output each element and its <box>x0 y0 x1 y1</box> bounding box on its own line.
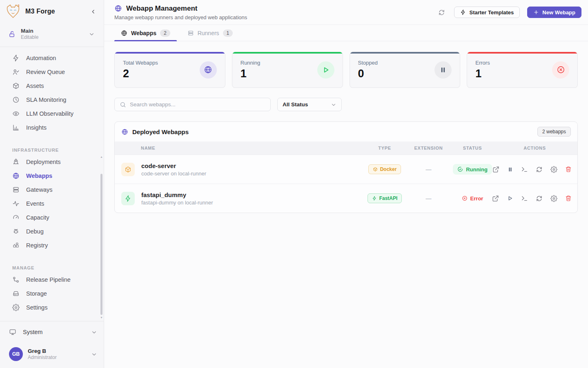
sidebar-item-assets[interactable]: Assets <box>0 79 104 93</box>
sidebar-item-llm-observability[interactable]: LLM Observability <box>0 107 104 121</box>
tab-label: Webapps <box>131 30 156 36</box>
sidebar-item-storage[interactable]: Storage <box>0 287 104 301</box>
sidebar-item-label: Debug <box>26 228 44 235</box>
sidebar-item-capacity[interactable]: Capacity <box>0 211 104 224</box>
package-icon <box>121 163 135 176</box>
tab-webapps[interactable]: Webapps 2 <box>114 25 177 41</box>
tab-runners[interactable]: Runners 1 <box>181 25 240 41</box>
pause-webapp-button[interactable] <box>506 166 514 173</box>
start-webapp-button[interactable] <box>506 194 514 202</box>
refresh-button[interactable] <box>437 7 447 18</box>
status-filter-select[interactable]: All Status <box>277 98 342 111</box>
scrollbar-down-arrow[interactable]: ▼ <box>100 316 103 319</box>
open-webapp-button[interactable] <box>491 194 500 203</box>
logo-row: 3 M3 Forge <box>0 0 104 23</box>
sidebar-item-sla-monitoring[interactable]: SLA Monitoring <box>0 93 104 107</box>
svg-text:3: 3 <box>18 4 20 7</box>
type-badge-docker: Docker <box>368 164 401 174</box>
fox-logo-icon: 3 <box>5 3 21 20</box>
sidebar-item-debug[interactable]: Debug <box>0 224 104 238</box>
sidebar-item-events[interactable]: Events <box>0 197 104 211</box>
workspace-name: Main <box>21 28 84 34</box>
sidebar-item-label: Insights <box>26 124 47 131</box>
terminal-button[interactable] <box>520 194 529 203</box>
lock-open-icon <box>8 30 16 38</box>
sidebar-item-deployments[interactable]: Deployments <box>0 155 104 169</box>
workspace-switcher[interactable]: Main Editable <box>5 25 99 47</box>
sidebar-item-registry[interactable]: Registry <box>0 238 104 252</box>
delete-webapp-button[interactable] <box>564 165 572 173</box>
sidebar-item-label: LLM Observability <box>26 110 74 117</box>
restart-button[interactable] <box>535 194 543 203</box>
webapp-description: fastapi-dummy on local-runner <box>141 200 213 206</box>
sidebar-item-webapps[interactable]: Webapps <box>0 169 104 183</box>
sidebar-item-release-pipeline[interactable]: Release Pipeline <box>0 273 104 287</box>
stat-value: 1 <box>475 67 490 80</box>
globe-icon <box>121 30 127 36</box>
stat-card-total-webapps: Total Webapps 2 <box>114 52 225 88</box>
sidebar-item-label: Events <box>26 200 44 207</box>
trash-icon <box>565 195 572 202</box>
eye-icon <box>12 110 20 117</box>
stat-card-stopped: Stopped 0 <box>350 52 461 88</box>
search-box <box>114 98 271 111</box>
system-menu[interactable]: System <box>0 321 104 343</box>
stat-card-errors: Errors 1 <box>467 52 578 88</box>
section-label-infrastructure: INFRASTRUCTURE <box>12 148 104 153</box>
globe-icon <box>121 128 128 135</box>
webapp-settings-button[interactable] <box>550 194 558 203</box>
sidebar-item-label: Webapps <box>26 173 52 179</box>
sidebar-item-label: Assets <box>26 83 44 89</box>
system-label: System <box>23 329 42 335</box>
user-name: Greg B <box>28 348 86 354</box>
globe-icon <box>200 61 217 79</box>
user-check-icon <box>12 68 20 76</box>
chevron-down-icon <box>89 31 95 37</box>
play-icon <box>507 195 513 202</box>
webapp-settings-button[interactable] <box>550 165 558 174</box>
sidebar-item-insights[interactable]: Insights <box>0 121 104 135</box>
tab-count-badge: 2 <box>160 29 170 37</box>
grid-icon <box>12 242 20 249</box>
search-input[interactable] <box>130 101 265 108</box>
sidebar-item-gateways[interactable]: Gateways <box>0 183 104 197</box>
new-webapp-button[interactable]: New Webapp <box>527 7 581 18</box>
user-menu[interactable]: GB Greg B Administrator <box>0 343 104 368</box>
bar-chart-icon <box>12 124 20 131</box>
section-label-manage: MANAGE <box>12 265 104 270</box>
sidebar-item-label: Capacity <box>26 214 49 221</box>
sidebar-collapse-button[interactable] <box>88 7 98 16</box>
type-badge-fastapi: FastAPI <box>368 193 402 203</box>
extension-value: — <box>426 195 432 202</box>
webapp-description: code-server on local-runner <box>141 171 206 177</box>
monitor-icon <box>9 328 16 336</box>
table-column-headers: NAME TYPE EXTENSION STATUS ACTIONS <box>115 141 577 155</box>
restart-button[interactable] <box>535 165 543 174</box>
gear-icon <box>550 166 557 173</box>
scrollbar-up-arrow[interactable]: ▲ <box>100 155 103 158</box>
sidebar-item-automation[interactable]: Automation <box>0 51 104 65</box>
terminal-button[interactable] <box>520 165 529 174</box>
starter-templates-button[interactable]: Starter Templates <box>454 7 520 18</box>
open-webapp-button[interactable] <box>492 165 500 174</box>
sidebar-item-review-queue[interactable]: Review Queue <box>0 65 104 79</box>
bug-icon <box>12 228 20 235</box>
table-title: Deployed Webapps <box>132 128 189 135</box>
status-filter-value: All Status <box>283 101 308 108</box>
stat-cards: Total Webapps 2 Running 1 <box>114 52 578 88</box>
refresh-icon <box>438 9 445 16</box>
stat-label: Stopped <box>358 60 378 66</box>
search-icon <box>120 101 126 108</box>
delete-webapp-button[interactable] <box>564 194 572 202</box>
stat-card-running: Running 1 <box>232 52 343 88</box>
rocket-icon <box>12 158 20 166</box>
tab-label: Runners <box>198 30 219 36</box>
activity-icon <box>12 200 20 207</box>
column-extension: EXTENSION <box>414 146 443 150</box>
external-link-icon <box>492 166 499 173</box>
app-root: 3 M3 Forge Main Editable Automation <box>0 0 588 368</box>
page-header: Webapp Management Manage webapp runners … <box>104 0 588 25</box>
sidebar-item-label: Review Queue <box>26 69 65 75</box>
sidebar-scrollbar[interactable] <box>100 174 102 315</box>
sidebar-item-settings[interactable]: Settings <box>0 301 104 314</box>
